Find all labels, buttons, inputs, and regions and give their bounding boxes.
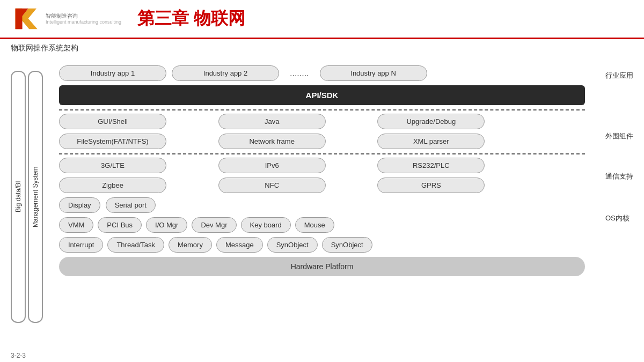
dev-mgr: Dev Mgr (192, 217, 236, 233)
label-comm: 通信支持 (605, 172, 633, 181)
hardware-bar: Hardware Platform (59, 257, 585, 276)
label-peripheral: 外围组件 (605, 131, 633, 141)
industry-apps-row: Industry app 1 Industry app 2 ........ I… (59, 65, 585, 81)
management-label: Management System (28, 71, 43, 323)
comm-row-2: Zigbee NFC GPRS (59, 178, 585, 193)
footer-label: 3-2-3 (11, 352, 26, 359)
label-os: OS内核 (605, 213, 633, 223)
api-sdk-bar: API/SDK (59, 85, 585, 105)
logo-text: 智能制造咨询 Intelligent manufacturing consult… (46, 12, 121, 26)
synobject-1: SynObject (267, 237, 318, 253)
serial-port: Serial port (106, 197, 156, 213)
3g-lte: 3G/LTE (59, 158, 166, 173)
ipv6: IPv6 (218, 158, 326, 173)
network-frame: Network frame (218, 134, 326, 149)
message: Message (216, 237, 263, 253)
peripheral-row-2: FileSystem(FAT/NTFS) Network frame XML p… (59, 134, 585, 149)
logo-area: 智能制造咨询 Intelligent manufacturing consult… (11, 5, 121, 32)
java: Java (218, 114, 326, 129)
subtitle: 物联网操作系统架构 (0, 39, 644, 57)
peripheral-row-1: GUI/Shell Java Upgrade/Debug (59, 114, 585, 129)
nfc: NFC (218, 178, 326, 193)
gprs: GPRS (377, 178, 485, 193)
pci-bus: PCI Bus (98, 217, 142, 233)
xml-parser: XML parser (377, 134, 485, 149)
industry-app-1: Industry app 1 (59, 65, 166, 81)
right-labels: 行业应用 外围组件 通信支持 OS内核 (605, 65, 633, 223)
memory: Memory (169, 237, 212, 253)
dashed-divider-1 (59, 109, 585, 110)
filesystem: FileSystem(FAT/NTFS) (59, 134, 166, 149)
display: Display (59, 197, 100, 213)
gui-shell: GUI/Shell (59, 114, 166, 129)
thread-task: Thread/Task (107, 237, 164, 253)
keyboard: Key board (241, 217, 291, 233)
synobject-2: SynObject (322, 237, 372, 253)
comm-row-1: 3G/LTE IPv6 RS232/PLC (59, 158, 585, 173)
industry-app-n: Industry app N (320, 65, 427, 81)
os-row-2: VMM PCI Bus I/O Mgr Dev Mgr Key board Mo… (59, 217, 585, 233)
zigbee: Zigbee (59, 178, 166, 193)
dots: ........ (284, 69, 314, 78)
upgrade-debug: Upgrade/Debug (377, 114, 485, 129)
os-row-3: Interrupt Thread/Task Memory Message Syn… (59, 237, 585, 253)
dashed-divider-2 (59, 153, 585, 154)
os-row-1: Display Serial port (59, 197, 585, 213)
industry-app-2: Industry app 2 (172, 65, 279, 81)
logo-icon (11, 5, 43, 32)
diagram-container: Big data/BI Management System Industry a… (11, 60, 633, 344)
interrupt: Interrupt (59, 237, 103, 253)
io-mgr: I/O Mgr (146, 217, 187, 233)
vmm: VMM (59, 217, 93, 233)
left-labels: Big data/BI Management System (11, 71, 43, 323)
main-diagram: Industry app 1 Industry app 2 ........ I… (59, 60, 585, 276)
logo-sub1: 智能制造咨询 (46, 12, 121, 19)
bigdata-label: Big data/BI (11, 71, 26, 323)
rs232-plc: RS232/PLC (377, 158, 485, 173)
label-industry: 行业应用 (605, 71, 633, 80)
header: 智能制造咨询 Intelligent manufacturing consult… (0, 0, 644, 39)
mouse: Mouse (295, 217, 334, 233)
page-title: 第三章 物联网 (137, 7, 245, 31)
logo-sub2: Intelligent manufacturing consulting (46, 19, 121, 26)
